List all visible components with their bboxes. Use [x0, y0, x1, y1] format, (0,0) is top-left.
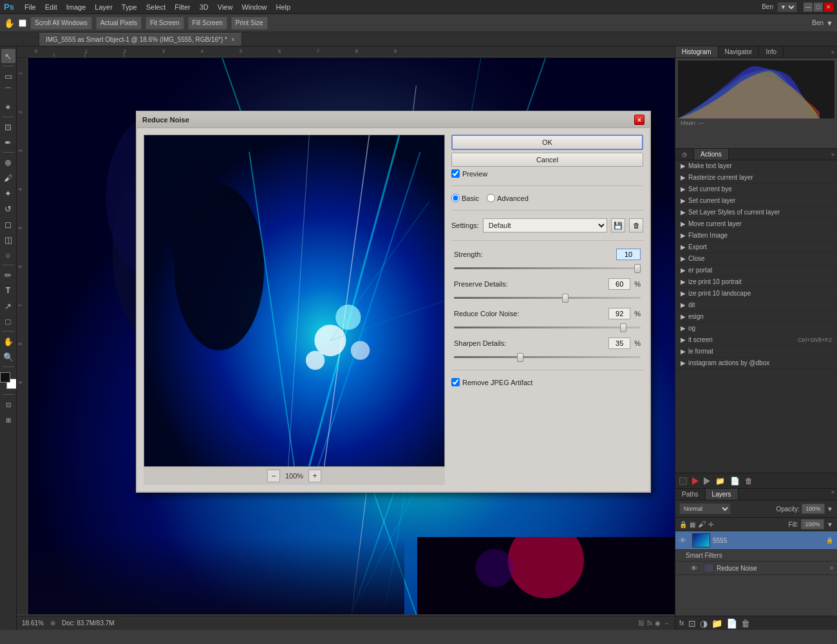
list-item[interactable]: ▶ ize print 10 portrait	[675, 276, 837, 288]
list-item[interactable]: ▶ Close	[675, 253, 837, 265]
list-item[interactable]: ▶ it screen Ctrl+Shift+F2	[675, 334, 837, 346]
lock-position-btn[interactable]: ✛	[708, 521, 713, 528]
history-brush[interactable]: ↺	[1, 202, 15, 216]
advanced-radio-label[interactable]: Advanced	[487, 194, 529, 202]
lock-image-btn[interactable]: 🖌	[698, 520, 706, 529]
create-layer-btn[interactable]: 📄	[726, 618, 737, 629]
crop-tool[interactable]: ⊡	[1, 120, 15, 134]
menu-layer[interactable]: Layer	[91, 2, 117, 12]
screen-mode[interactable]: ⊞	[1, 413, 15, 427]
table-row[interactable]: 👁 5555 🔒	[675, 531, 837, 550]
path-select-tool[interactable]: ↗	[1, 299, 15, 313]
dodge-tool[interactable]: ○	[1, 248, 15, 262]
play-action-btn[interactable]	[704, 477, 710, 485]
settings-select[interactable]: Default	[483, 218, 607, 232]
create-adjustment-btn[interactable]: ◑	[700, 618, 708, 629]
table-row[interactable]: Smart Filters	[675, 550, 837, 562]
sharpen-details-slider[interactable]	[454, 352, 641, 362]
reduce-color-noise-input[interactable]	[608, 308, 630, 319]
bottom-panel-expand-icon[interactable]: »	[829, 489, 837, 500]
fit-screen-button[interactable]: Fit Screen	[146, 17, 184, 30]
mask-mode[interactable]: ⊡	[1, 397, 15, 412]
menu-image[interactable]: Image	[62, 2, 90, 12]
menu-type[interactable]: Type	[118, 2, 141, 12]
zoom-tool[interactable]: 🔍	[1, 350, 15, 364]
eyedropper-tool[interactable]: ✒	[1, 135, 15, 149]
begin-recording-btn[interactable]	[692, 477, 699, 485]
remove-jpeg-label[interactable]: Remove JPEG Artifact	[462, 379, 532, 386]
menu-help[interactable]: Help	[272, 2, 295, 12]
preview-zoom-out-btn[interactable]: −	[267, 469, 280, 482]
pen-tool[interactable]: ✏	[1, 268, 15, 282]
menu-file[interactable]: File	[21, 2, 40, 12]
remove-jpeg-checkbox[interactable]	[451, 378, 460, 386]
magic-wand-tool[interactable]: ✴	[1, 100, 15, 114]
lock-transparent-btn[interactable]: ▦	[690, 521, 695, 528]
sharpen-details-input[interactable]	[608, 337, 630, 349]
basic-radio[interactable]	[451, 194, 460, 202]
strength-slider[interactable]	[454, 263, 641, 273]
menu-select[interactable]: Select	[142, 2, 170, 12]
menu-edit[interactable]: Edit	[41, 2, 61, 12]
opacity-arrow[interactable]: ▼	[827, 506, 833, 513]
table-row[interactable]: 👁 Reduce Noise ≡	[675, 562, 837, 575]
preview-checkbox-label[interactable]: Preview	[462, 170, 487, 178]
scroll-all-windows-button[interactable]: Scroll All Windows	[30, 17, 92, 30]
create-group-btn[interactable]: 📁	[711, 618, 722, 629]
scroll-all-windows-checkbox[interactable]	[19, 19, 26, 27]
user-selector[interactable]: ▼	[777, 2, 797, 12]
tab-histogram[interactable]: Histogram	[675, 46, 719, 57]
marquee-tool[interactable]: ▭	[1, 69, 15, 83]
delete-action-btn[interactable]: 🗑	[745, 477, 753, 486]
fill-screen-button[interactable]: Fill Screen	[188, 17, 227, 30]
save-settings-btn[interactable]: 💾	[611, 218, 625, 232]
reduce-noise-dialog[interactable]: Reduce Noise ×	[136, 111, 651, 493]
preview-image[interactable]	[144, 135, 445, 467]
cancel-button[interactable]: Cancel	[451, 153, 643, 167]
list-item[interactable]: ▶ Set Layer Styles of current layer	[675, 207, 837, 218]
tab-layers[interactable]: Layers	[706, 489, 738, 500]
shape-tool[interactable]: □	[1, 314, 15, 328]
healing-tool[interactable]: ⊕	[1, 155, 15, 169]
lasso-tool[interactable]: ⌒	[1, 84, 15, 99]
list-item[interactable]: ▶ esign	[675, 311, 837, 323]
fg-bg-colors[interactable]	[0, 372, 17, 389]
foreground-color[interactable]	[0, 372, 10, 383]
dialog-close-btn[interactable]: ×	[634, 115, 644, 125]
list-item[interactable]: ▶ er portat	[675, 265, 837, 276]
actual-pixels-button[interactable]: Actual Pixels	[96, 17, 142, 30]
list-item[interactable]: ▶ ize print 10 landscape	[675, 288, 837, 299]
list-item[interactable]: ▶ dit	[675, 299, 837, 311]
menu-window[interactable]: Window	[238, 2, 270, 12]
opacity-input[interactable]	[802, 504, 825, 514]
text-tool[interactable]: T	[1, 283, 15, 298]
layer-eye-icon[interactable]: 👁	[679, 536, 690, 544]
doc-tab-close[interactable]: ×	[231, 36, 235, 43]
clone-tool[interactable]: ✦	[1, 186, 15, 200]
list-item[interactable]: ▶ Export	[675, 242, 837, 253]
menu-view[interactable]: View	[214, 2, 237, 12]
delete-layer-btn[interactable]: 🗑	[741, 618, 750, 629]
preserve-details-slider[interactable]	[454, 292, 641, 303]
fill-input[interactable]: 100%	[801, 519, 824, 529]
brush-tool[interactable]: 🖌	[1, 171, 15, 185]
actions-panel-expand-icon[interactable]: »	[829, 151, 837, 158]
advanced-radio[interactable]	[487, 194, 495, 202]
fill-arrow[interactable]: ▼	[827, 521, 833, 528]
print-size-button[interactable]: Print Size	[231, 17, 268, 30]
ok-button[interactable]: OK	[451, 135, 643, 150]
list-item[interactable]: ▶ Move current layer	[675, 218, 837, 230]
stop-recording-btn[interactable]	[679, 477, 687, 485]
user-dropdown-icon[interactable]: ▼	[826, 19, 833, 27]
delete-settings-btn[interactable]: 🗑	[629, 218, 643, 232]
menu-filter[interactable]: Filter	[171, 2, 194, 12]
preview-zoom-in-btn[interactable]: +	[308, 469, 321, 482]
create-action-btn[interactable]: 📄	[730, 477, 740, 486]
hand-tool[interactable]: ✋	[1, 334, 15, 348]
panel-expand-icon[interactable]: »	[829, 49, 837, 55]
tab-paths[interactable]: Paths	[675, 489, 706, 500]
list-item[interactable]: ▶ instagram actions by @dbox	[675, 357, 837, 369]
restore-button[interactable]: □	[814, 3, 823, 12]
reduce-color-noise-slider[interactable]	[454, 322, 641, 332]
tab-navigator[interactable]: Navigator	[719, 46, 760, 57]
